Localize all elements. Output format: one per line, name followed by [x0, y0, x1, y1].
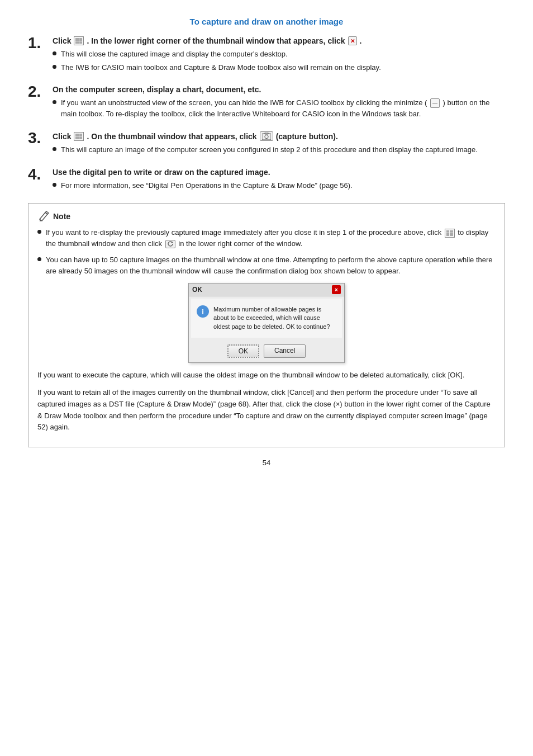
note-section: Note If you want to re-display the previ…: [28, 203, 505, 447]
close-x-icon-1: ✕: [348, 36, 357, 45]
note-bullets: If you want to re-display the previously…: [37, 227, 496, 276]
step-2-bullet-1-text: If you want an unobstructed view of the …: [61, 97, 505, 119]
step-1: 1. Click . In the lower right corner of …: [28, 36, 505, 75]
step-3-text-1: Click: [53, 132, 71, 141]
page-title: To capture and draw on another image: [28, 17, 505, 26]
step-3: 3. Click . On the thumbnail window that …: [28, 131, 505, 158]
bullet-dot: [53, 100, 56, 104]
grid-icon-note: [445, 229, 455, 238]
note-bullet-2: You can have up to 50 capture images on …: [37, 254, 496, 276]
dialog-body: i Maximum number of allowable pages is a…: [191, 299, 342, 338]
step-1-text-click: Click: [53, 36, 71, 45]
step-2-bullets: If you want an unobstructed view of the …: [53, 97, 505, 119]
dialog-close-button[interactable]: ×: [332, 285, 341, 294]
step-3-number: 3.: [28, 130, 49, 146]
step-4-number: 4.: [28, 167, 49, 182]
dialog-message: Maximum number of allowable pages is abo…: [213, 305, 336, 331]
info-icon: i: [197, 305, 209, 318]
note-bullet-2-text: You can have up to 50 capture images on …: [46, 254, 496, 276]
page-footer: 54: [28, 459, 505, 467]
step-4-heading-text: Use the digital pen to write or draw on …: [53, 168, 270, 177]
dialog-titlebar: OK ×: [189, 284, 344, 296]
step-2-bullet-1: If you want an unobstructed view of the …: [53, 97, 505, 119]
step-1-bullet-1-text: This will close the captured image and d…: [61, 49, 288, 60]
svg-rect-0: [262, 134, 271, 140]
step-3-bullet-1-text: This will capture an image of the comput…: [61, 144, 478, 155]
step-3-text-3: (capture button).: [276, 132, 338, 141]
pencil-icon: [37, 210, 50, 223]
dialog-title: OK: [192, 286, 202, 294]
step-1-content: Click . In the lower right corner of the…: [53, 36, 505, 75]
bullet-dot: [53, 51, 56, 55]
bullet-dot: [37, 230, 41, 234]
note-bullet-1-text: If you want to re-display the previously…: [46, 227, 496, 249]
dialog-buttons: OK Cancel: [189, 340, 344, 362]
bullet-dot: [37, 257, 41, 261]
step-1-number: 1.: [28, 35, 49, 51]
step-3-bullet-1: This will capture an image of the comput…: [53, 144, 505, 155]
step-4: 4. Use the digital pen to write or draw …: [28, 168, 505, 193]
step-2-content: On the computer screen, display a chart,…: [53, 85, 505, 121]
camera-icon: [260, 131, 273, 141]
step-2-heading: On the computer screen, display a chart,…: [53, 85, 505, 94]
refresh-icon: [165, 240, 175, 248]
step-3-text-2: . On the thumbnail window that appears, …: [87, 132, 256, 141]
svg-point-1: [264, 135, 268, 138]
dialog-ok-button[interactable]: OK: [227, 344, 259, 358]
note-bullet-1: If you want to re-display the previously…: [37, 227, 496, 249]
step-1-bullet-2: The IWB for CASIO main toolbox and Captu…: [53, 62, 505, 73]
page-number: 54: [263, 459, 270, 467]
step-4-heading: Use the digital pen to write or draw on …: [53, 168, 505, 177]
step-4-bullets: For more information, see “Digital Pen O…: [53, 180, 505, 191]
step-1-bullets: This will close the captured image and d…: [53, 49, 505, 73]
step-1-text-2: . In the lower right corner of the thumb…: [87, 36, 345, 45]
step-2-heading-text: On the computer screen, display a chart,…: [53, 85, 261, 94]
step-4-bullet-1: For more information, see “Digital Pen O…: [53, 180, 505, 191]
grid-icon-2: [74, 132, 84, 141]
step-1-bullet-2-text: The IWB for CASIO main toolbox and Captu…: [61, 62, 381, 73]
step-3-bullets: This will capture an image of the comput…: [53, 144, 505, 155]
note-title: Note: [53, 212, 70, 221]
bullet-dot: [53, 147, 56, 151]
step-4-content: Use the digital pen to write or draw on …: [53, 168, 505, 193]
paragraph-2: If you want to retain all of the images …: [37, 387, 496, 433]
minimize-icon: —: [430, 98, 440, 108]
grid-icon-1: [74, 36, 84, 45]
step-4-bullet-1-text: For more information, see “Digital Pen O…: [61, 180, 353, 191]
step-2-number: 2.: [28, 84, 49, 100]
bullet-dot: [53, 65, 56, 69]
dialog-cancel-button[interactable]: Cancel: [264, 344, 306, 358]
note-header: Note: [37, 210, 496, 223]
step-3-heading: Click . On the thumbnail window that app…: [53, 131, 505, 141]
step-1-bullet-1: This will close the captured image and d…: [53, 49, 505, 60]
paragraph-1: If you want to execute the capture, whic…: [37, 370, 496, 381]
dialog-box: OK × i Maximum number of allowable pages…: [188, 283, 345, 363]
step-1-heading: Click . In the lower right corner of the…: [53, 36, 505, 45]
step-1-text-3: .: [360, 36, 362, 45]
bullet-dot: [53, 183, 56, 187]
step-2: 2. On the computer screen, display a cha…: [28, 85, 505, 121]
step-3-content: Click . On the thumbnail window that app…: [53, 131, 505, 158]
